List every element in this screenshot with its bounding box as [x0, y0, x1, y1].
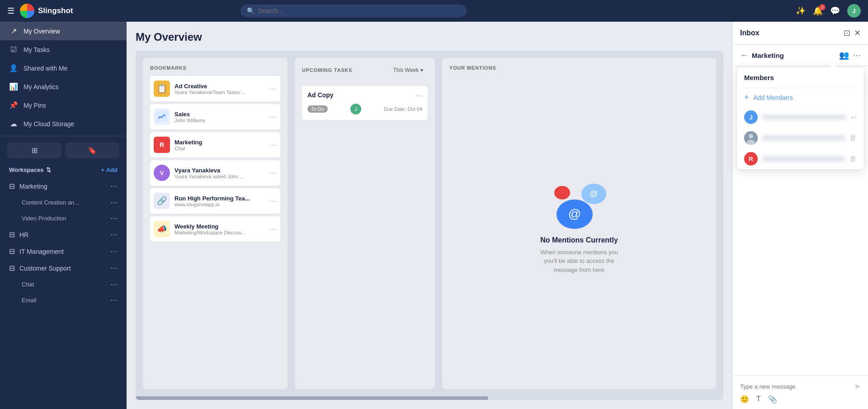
sub-item-email[interactable]: Email ⋯	[0, 292, 127, 308]
bookmark-icon-marketing: R	[154, 137, 170, 153]
bookmark-more-icon[interactable]: ⋯	[269, 225, 277, 233]
workspace-item-hr[interactable]: ⊟ HR ⋯	[0, 226, 127, 243]
workspace-left: ⊟ Customer Support	[9, 264, 71, 272]
add-member-icon: +	[744, 93, 749, 102]
workspace-more-icon[interactable]: ⋯	[110, 264, 118, 272]
sidebar-item-my-analytics[interactable]: 📊 My Analytics	[0, 77, 127, 96]
workspace-item-customer-support[interactable]: ⊟ Customer Support ⋯	[0, 260, 127, 276]
bookmark-icon-link: 🔗	[154, 193, 170, 209]
sidebar-item-shared-with-me[interactable]: 👤 Shared with Me	[0, 59, 127, 77]
member-row-photo[interactable]: 🗑	[737, 128, 864, 148]
bookmark-item-weekly-meeting[interactable]: 📣 Weekly Meeting Marketing/Workspace Dis…	[150, 216, 280, 242]
bookmark-item-marketing[interactable]: R Marketing Chat ⋯	[150, 132, 280, 157]
bookmark-more-icon[interactable]: ⋯	[269, 197, 277, 205]
mentions-empty-state: @ @ No Mentions Currently When someone m…	[449, 76, 709, 382]
sidebar-item-label: My Overview	[24, 28, 60, 35]
user-avatar[interactable]: J	[847, 4, 861, 18]
sidebar-item-my-cloud-storage[interactable]: ☁ My Cloud Storage	[0, 114, 127, 133]
mentions-illustration: @ @	[552, 184, 606, 229]
right-panel: Inbox ⊡ ✕ ← Marketing 👥 ⋯ Members + Add …	[732, 22, 868, 409]
workspace-name: Customer Support	[19, 265, 71, 272]
add-workspace-button[interactable]: + Add	[101, 166, 118, 173]
sparkle-icon[interactable]: ✨	[796, 6, 806, 16]
sub-item-more-icon[interactable]: ⋯	[110, 214, 118, 223]
bookmark-info: Weekly Meeting Marketing/Workspace Discu…	[175, 223, 265, 235]
due-date-value: Oct 04	[408, 106, 422, 112]
this-week-label: This Week	[393, 67, 419, 73]
analytics-icon: 📊	[9, 82, 18, 91]
sub-item-label: Chat	[22, 281, 34, 288]
workspace-item-it[interactable]: ⊟ IT Management ⋯	[0, 243, 127, 260]
sort-icon[interactable]: ⇅	[46, 166, 51, 173]
close-panel-icon[interactable]: ✕	[854, 28, 861, 38]
task-more-icon[interactable]: ⋯	[415, 91, 422, 100]
sub-item-content-creation[interactable]: Content Creation an... ⋯	[0, 195, 127, 210]
workspace-more-icon[interactable]: ⋯	[110, 230, 118, 239]
sub-item-label: Email	[22, 297, 37, 304]
svg-rect-0	[156, 111, 167, 122]
main-layout: ↗ My Overview ☑ My Tasks 👤 Shared with M…	[0, 22, 868, 409]
bookmark-icon-sales	[154, 109, 170, 125]
tasks-header: UPCOMING TASKS	[302, 67, 352, 73]
this-week-filter[interactable]: This Week ▾	[389, 65, 428, 75]
sidebar-item-my-pins[interactable]: 📌 My Pins	[0, 96, 127, 114]
notification-bell[interactable]: 🔔 3	[813, 6, 823, 16]
tasks-header-row: UPCOMING TASKS This Week ▾	[302, 65, 428, 75]
bookmark-item-run-high[interactable]: 🔗 Run High Performing Tea... www.slingsh…	[150, 188, 280, 214]
tasks-section: UPCOMING TASKS This Week ▾ Ad Copy ⋯	[295, 58, 435, 389]
bookmark-item-sales[interactable]: Sales John Williams ⋯	[150, 104, 280, 129]
text-format-icon[interactable]: T	[756, 395, 761, 404]
send-icon[interactable]: ➤	[854, 381, 861, 391]
sub-item-more-icon[interactable]: ⋯	[110, 280, 118, 289]
sidebar-tab-layers[interactable]: ⊞	[7, 143, 61, 158]
member-delete-icon[interactable]: 🗑	[849, 134, 857, 142]
sub-item-video-production[interactable]: Video Production ⋯	[0, 210, 127, 226]
sidebar-item-my-overview[interactable]: ↗ My Overview	[0, 22, 127, 40]
search-bar[interactable]: 🔍	[241, 5, 467, 17]
hamburger-icon[interactable]: ☰	[7, 6, 14, 16]
pins-icon: 📌	[9, 101, 18, 109]
bookmark-item-ad-creative[interactable]: 📋 Ad Creative Vyara Yanakieva/Team Tasks…	[150, 76, 280, 101]
channel-more-icon[interactable]: ⋯	[853, 50, 861, 60]
overview-wrapper: BOOKMARKS 📋 Ad Creative Vyara Yanakieva/…	[136, 51, 723, 400]
bookmark-more-icon[interactable]: ⋯	[269, 141, 277, 149]
sidebar: ↗ My Overview ☑ My Tasks 👤 Shared with M…	[0, 22, 127, 409]
mentions-section: YOUR MENTIONS @ @	[442, 58, 716, 389]
members-icon[interactable]: 👥	[839, 50, 849, 60]
workspace-more-icon[interactable]: ⋯	[110, 247, 118, 256]
back-icon[interactable]: ←	[740, 51, 748, 60]
horizontal-scrollbar[interactable]	[136, 396, 723, 400]
bookmark-item-vyara[interactable]: V Vyara Yanakieva Vyara Yanakieva asked …	[150, 160, 280, 185]
member-row-r[interactable]: R 🗑	[737, 148, 864, 169]
workspace-item-marketing[interactable]: ⊟ Marketing ⋯	[0, 178, 127, 195]
member-delete-icon-r[interactable]: 🗑	[849, 155, 857, 163]
chat-icon[interactable]: 💬	[830, 6, 840, 16]
nav-right: ✨ 🔔 3 💬 J	[796, 4, 861, 18]
search-input[interactable]	[258, 7, 460, 14]
attachment-icon[interactable]: 📎	[768, 395, 777, 404]
collapse-panel-icon[interactable]: ⊡	[844, 28, 850, 38]
bookmarks-section: BOOKMARKS 📋 Ad Creative Vyara Yanakieva/…	[143, 58, 288, 389]
sub-item-more-icon[interactable]: ⋯	[110, 296, 118, 304]
sub-item-chat[interactable]: Chat ⋯	[0, 276, 127, 292]
member-remove-icon[interactable]: ↩	[851, 113, 857, 122]
bookmark-info: Vyara Yanakieva Vyara Yanakieva asked Jo…	[175, 167, 265, 179]
sidebar-tab-bookmark[interactable]: 🔖	[65, 143, 119, 158]
sub-item-label: Video Production	[22, 215, 66, 222]
cloud-icon: ☁	[9, 119, 18, 128]
workspace-more-icon[interactable]: ⋯	[110, 182, 118, 190]
bookmark-more-icon[interactable]: ⋯	[269, 113, 277, 121]
member-name-j	[762, 114, 846, 120]
bookmark-more-icon[interactable]: ⋯	[269, 85, 277, 93]
sidebar-item-my-tasks[interactable]: ☑ My Tasks	[0, 40, 127, 59]
mentions-empty-title: No Mentions Currently	[540, 236, 618, 244]
bookmark-more-icon[interactable]: ⋯	[269, 169, 277, 177]
add-members-row[interactable]: + Add Members	[737, 88, 864, 107]
member-row-j[interactable]: J ↩	[737, 107, 864, 128]
scrollbar-thumb[interactable]	[136, 396, 488, 400]
bookmark-sub: John Williams	[175, 118, 265, 123]
tasks-icon: ☑	[9, 45, 18, 54]
emoji-icon[interactable]: 🙂	[740, 395, 749, 404]
message-input[interactable]	[740, 383, 850, 390]
sub-item-more-icon[interactable]: ⋯	[110, 198, 118, 207]
